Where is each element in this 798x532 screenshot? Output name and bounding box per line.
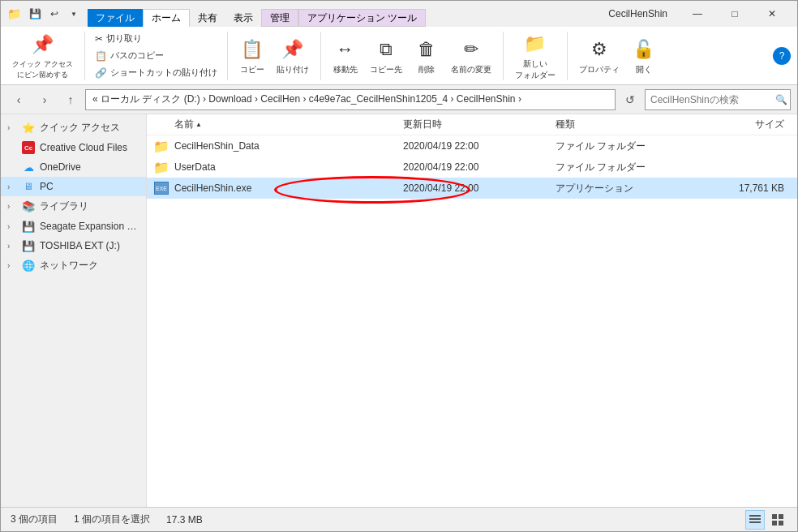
ribbon-copyto-btn[interactable]: ⧉ コピー先 — [365, 33, 407, 79]
svg-rect-2 — [749, 521, 761, 523]
ribbon-paste-shortcut-btn[interactable]: 🔗 ショートカットの貼り付け — [92, 65, 221, 80]
col-header-date[interactable]: 更新日時 — [403, 118, 556, 131]
sidebar-item-pc[interactable]: › 🖥 PC — [1, 177, 146, 196]
network-chevron-icon: › — [7, 261, 17, 270]
library-icon: 📚 — [22, 200, 35, 213]
pin-icon: 📌 — [29, 32, 55, 58]
ribbon-open-btn[interactable]: 🔓 開く — [626, 33, 662, 79]
ribbon-tab-home[interactable]: ホーム — [143, 9, 190, 27]
chevron-spacer2: › — [7, 163, 17, 172]
item-count: 3 個の項目 — [11, 513, 58, 526]
selected-count: 1 個の項目を選択 — [74, 513, 150, 526]
ribbon-tab-view[interactable]: 表示 — [225, 9, 261, 27]
svg-rect-1 — [749, 518, 761, 520]
details-view-btn[interactable] — [745, 510, 765, 530]
file-name-2: CecilHenShin.exe — [174, 182, 403, 194]
sidebar-label-network: ネットワーク — [40, 259, 98, 272]
ribbon-cut-btn[interactable]: ✂ 切り取り — [92, 31, 221, 46]
file-name-1: UserData — [174, 161, 403, 173]
sidebar-item-seagate[interactable]: › 💾 Seagate Expansion Driv — [1, 217, 146, 236]
cc-cloud-icon: Cc — [22, 141, 35, 154]
file-type-2: アプリケーション — [556, 182, 708, 195]
toshiba-icon: 💾 — [22, 239, 35, 252]
file-date-0: 2020/04/19 22:00 — [403, 140, 556, 152]
svg-rect-5 — [772, 521, 777, 526]
ribbon-tab-file[interactable]: ファイル — [88, 9, 143, 27]
ribbon-delete-btn[interactable]: 🗑 削除 — [409, 33, 444, 79]
copyto-icon: ⧉ — [373, 36, 399, 62]
ribbon-tab-app-tools[interactable]: アプリケーション ツール — [298, 9, 426, 27]
file-type-0: ファイル フォルダー — [556, 139, 708, 153]
chevron-spacer: › — [7, 144, 17, 152]
back-button[interactable]: ‹ — [7, 88, 30, 111]
library-chevron-icon: › — [7, 202, 17, 211]
sidebar-item-library[interactable]: › 📚 ライブラリ — [1, 196, 146, 217]
ribbon-move-btn[interactable]: ↔ 移動先 — [328, 33, 363, 79]
file-row-2[interactable]: EXE CecilHenShin.exe 2020/04/19 22:00 アプ… — [147, 178, 797, 199]
sidebar-label-pc: PC — [40, 181, 54, 192]
search-box[interactable]: 🔍 — [645, 89, 791, 110]
ribbon-copy-path-btn[interactable]: 📋 パスのコピー — [92, 48, 221, 63]
sidebar: › ⭐ クイック アクセス › Cc Creative Cloud Files … — [1, 114, 147, 507]
col-header-size[interactable]: サイズ — [708, 118, 791, 131]
seagate-chevron-icon: › — [7, 222, 17, 231]
status-bar: 3 個の項目 1 個の項目を選択 17.3 MB — [1, 507, 797, 531]
ribbon-pin-btn[interactable]: 📌 クイック アクセスにピン留めする — [7, 28, 78, 84]
copy-icon: 📋 — [239, 36, 265, 62]
col-header-name[interactable]: 名前 ▲ — [153, 118, 403, 131]
file-row-0[interactable]: 📁 CecilHenShin_Data 2020/04/19 22:00 ファイ… — [147, 135, 797, 157]
ribbon-rename-btn[interactable]: ✏ 名前の変更 — [446, 33, 496, 79]
selected-size: 17.3 MB — [166, 514, 203, 526]
qat-undo[interactable]: ↩ — [45, 5, 63, 23]
toshiba-chevron-icon: › — [7, 242, 17, 251]
qat-save[interactable]: 💾 — [26, 5, 44, 23]
sidebar-label-onedrive: OneDrive — [40, 161, 81, 173]
refresh-button[interactable]: ↺ — [619, 88, 641, 111]
search-input[interactable] — [650, 94, 772, 105]
window-icon: 📁 — [7, 7, 21, 20]
svg-rect-0 — [749, 515, 761, 517]
ribbon-help-btn[interactable]: ? — [773, 47, 791, 65]
search-icon: 🔍 — [775, 94, 787, 105]
pc-chevron-icon: › — [7, 182, 17, 191]
maximize-button[interactable]: □ — [716, 1, 753, 27]
minimize-button[interactable]: — — [679, 1, 716, 27]
forward-button[interactable]: › — [33, 88, 56, 111]
file-name-0: CecilHenShin_Data — [174, 140, 403, 152]
content-pane: 名前 ▲ 更新日時 種類 サイズ 📁 CecilHenShin_Data — [147, 114, 797, 507]
file-date-2: 2020/04/19 22:00 — [403, 182, 556, 194]
sidebar-item-toshiba[interactable]: › 💾 TOSHIBA EXT (J:) — [1, 236, 146, 255]
svg-rect-6 — [779, 521, 783, 526]
svg-rect-4 — [779, 514, 783, 519]
rename-icon: ✏ — [458, 36, 484, 62]
file-size-2: 17,761 KB — [708, 182, 791, 194]
network-icon: 🌐 — [22, 260, 35, 272]
col-header-type[interactable]: 種類 — [556, 118, 708, 131]
sidebar-item-onedrive[interactable]: › ☁ OneDrive — [1, 157, 146, 177]
sidebar-label-seagate: Seagate Expansion Driv — [40, 221, 139, 232]
ribbon-tab-manage[interactable]: 管理 — [261, 9, 298, 27]
sidebar-item-creative-cloud[interactable]: › Cc Creative Cloud Files — [1, 138, 146, 157]
large-icon-view-btn[interactable] — [768, 510, 787, 530]
file-row-1[interactable]: 📁 UserData 2020/04/19 22:00 ファイル フォルダー — [147, 157, 797, 178]
ribbon-paste-btn[interactable]: 📌 貼り付け — [272, 33, 314, 79]
ribbon-newfolder-btn[interactable]: 📁 新しいフォルダー — [510, 28, 560, 84]
sidebar-label-library: ライブラリ — [40, 200, 88, 213]
sidebar-item-quick-access[interactable]: › ⭐ クイック アクセス — [1, 118, 146, 138]
qat-dropdown[interactable]: ▼ — [65, 5, 83, 23]
ribbon-tab-share[interactable]: 共有 — [190, 9, 225, 27]
address-path[interactable]: « ローカル ディスク (D:) › Download › CecilHen ›… — [85, 89, 616, 110]
up-button[interactable]: ↑ — [59, 88, 82, 111]
star-icon: ⭐ — [22, 122, 35, 135]
close-button[interactable]: ✕ — [753, 1, 791, 27]
sidebar-item-network[interactable]: › 🌐 ネットワーク — [1, 255, 146, 276]
delete-icon: 🗑 — [414, 36, 440, 62]
ribbon-copy-btn[interactable]: 📋 コピー — [234, 33, 270, 79]
folder-icon-0: 📁 — [153, 138, 169, 154]
paste-shortcut-icon: 🔗 — [95, 67, 107, 79]
onedrive-icon: ☁ — [22, 161, 35, 174]
file-date-1: 2020/04/19 22:00 — [403, 161, 556, 173]
properties-icon: ⚙ — [586, 36, 612, 62]
window-title: CecilHenShin — [608, 8, 667, 19]
ribbon-properties-btn[interactable]: ⚙ プロパティ — [574, 33, 624, 79]
